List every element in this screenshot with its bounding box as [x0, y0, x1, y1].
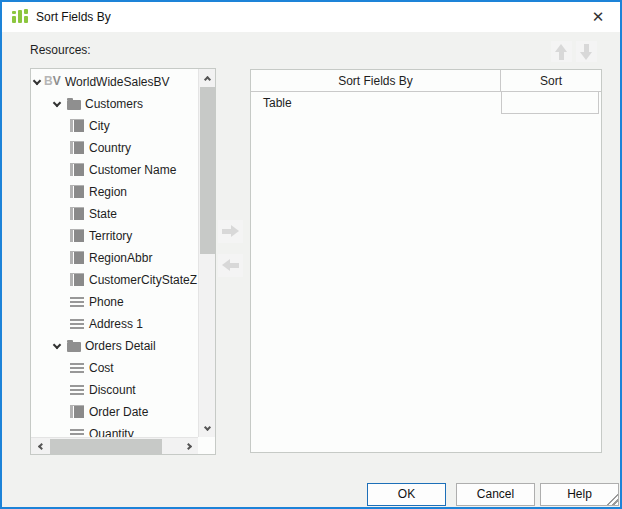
- tree-item-orders-detail[interactable]: Orders Detail: [31, 335, 198, 357]
- up-arrow-icon: [555, 44, 568, 60]
- tree-item-label: CustomerCityStateZ: [89, 273, 197, 287]
- tree-item-quantity[interactable]: Quantity: [31, 423, 198, 437]
- sliders-icon: [11, 8, 29, 26]
- tree-item-label: Customer Name: [89, 163, 176, 177]
- sort-row-field[interactable]: Table: [263, 92, 292, 114]
- tree-item-customercitystatez[interactable]: CustomerCityStateZ: [31, 269, 198, 291]
- tree-item-label: City: [89, 119, 110, 133]
- chevron-down-icon[interactable]: [53, 341, 61, 349]
- tree-item-label: Territory: [89, 229, 132, 243]
- ok-button[interactable]: OK: [367, 483, 446, 506]
- move-down-button[interactable]: [576, 41, 597, 62]
- horizontal-scrollbar[interactable]: [31, 437, 198, 454]
- tree-item-address-1[interactable]: Address 1: [31, 313, 198, 335]
- tree-item-label: Address 1: [89, 317, 143, 331]
- dimension-field-icon: [70, 273, 84, 286]
- dimension-field-icon: [70, 405, 84, 418]
- scroll-right-icon[interactable]: [181, 438, 198, 455]
- resources-label: Resources:: [30, 43, 91, 57]
- folder-icon: [67, 100, 81, 110]
- title-bar: Sort Fields By ✕: [2, 2, 620, 32]
- measure-field-icon: [70, 319, 84, 329]
- sort-fields-by-dialog: Sort Fields By ✕ Resources: BVWorldWideS…: [0, 0, 622, 509]
- add-field-button[interactable]: [218, 220, 243, 243]
- tree-item-label: Quantity: [89, 427, 134, 437]
- dimension-field-icon: [70, 119, 84, 132]
- move-up-button[interactable]: [551, 41, 572, 62]
- scroll-down-icon[interactable]: [199, 420, 216, 437]
- dimension-field-icon: [70, 185, 84, 198]
- tree-item-regionabbr[interactable]: RegionAbbr: [31, 247, 198, 269]
- column-header-sort: Sort: [501, 70, 601, 92]
- tree-item-phone[interactable]: Phone: [31, 291, 198, 313]
- dialog-title: Sort Fields By: [36, 10, 111, 24]
- tree-item-label: Region: [89, 185, 127, 199]
- tree-item-customers[interactable]: Customers: [31, 93, 198, 115]
- tree-item-discount[interactable]: Discount: [31, 379, 198, 401]
- tree-item-state[interactable]: State: [31, 203, 198, 225]
- right-arrow-icon: [222, 225, 239, 238]
- cancel-button[interactable]: Cancel: [456, 483, 535, 506]
- tree-item-label: RegionAbbr: [89, 251, 152, 265]
- help-button[interactable]: Help: [540, 483, 619, 506]
- chevron-down-icon[interactable]: [33, 77, 41, 85]
- sort-fields-table: Sort Fields By Sort Table: [250, 69, 602, 453]
- dimension-field-icon: [70, 163, 84, 176]
- tree-item-label: Cost: [89, 361, 114, 375]
- tree-item-city[interactable]: City: [31, 115, 198, 137]
- tree-item-customer-name[interactable]: Customer Name: [31, 159, 198, 181]
- tree-item-country[interactable]: Country: [31, 137, 198, 159]
- tree-item-label: Discount: [89, 383, 136, 397]
- tree-item-label: Orders Detail: [85, 339, 156, 353]
- tree-item-label: Phone: [89, 295, 124, 309]
- tree-item-cost[interactable]: Cost: [31, 357, 198, 379]
- dimension-field-icon: [70, 251, 84, 264]
- resources-tree-panel: BVWorldWideSalesBVCustomersCityCountryCu…: [30, 68, 216, 455]
- horizontal-scrollbar-thumb[interactable]: [50, 439, 162, 454]
- sort-row-sort-cell[interactable]: [501, 92, 599, 114]
- measure-field-icon: [70, 363, 84, 373]
- measure-field-icon: [70, 385, 84, 395]
- tree-item-order-date[interactable]: Order Date: [31, 401, 198, 423]
- column-header-sort-fields-by: Sort Fields By: [251, 70, 501, 92]
- tree-item-region[interactable]: Region: [31, 181, 198, 203]
- tree-item-worldwidesalesbv[interactable]: BVWorldWideSalesBV: [31, 71, 198, 93]
- measure-field-icon: [70, 297, 84, 307]
- scroll-left-icon[interactable]: [31, 438, 48, 455]
- resources-tree: BVWorldWideSalesBVCustomersCityCountryCu…: [31, 69, 198, 437]
- remove-field-button[interactable]: [218, 254, 243, 277]
- dimension-field-icon: [70, 229, 84, 242]
- tree-item-label: Order Date: [89, 405, 148, 419]
- measure-field-icon: [70, 429, 84, 437]
- vertical-scrollbar-thumb[interactable]: [200, 87, 215, 254]
- left-arrow-icon: [222, 259, 239, 272]
- tree-item-territory[interactable]: Territory: [31, 225, 198, 247]
- dimension-field-icon: [70, 207, 84, 220]
- scroll-up-icon[interactable]: [199, 69, 216, 86]
- down-arrow-icon: [580, 44, 593, 60]
- vertical-scrollbar[interactable]: [198, 69, 215, 437]
- folder-icon: [67, 342, 81, 352]
- tree-item-label: WorldWideSalesBV: [65, 75, 169, 89]
- tree-item-label: Country: [89, 141, 131, 155]
- dimension-field-icon: [70, 141, 84, 154]
- close-icon[interactable]: ✕: [586, 6, 610, 28]
- tree-item-label: State: [89, 207, 117, 221]
- tree-item-label: Customers: [85, 97, 143, 111]
- chevron-down-icon[interactable]: [53, 99, 61, 107]
- business-view-icon: BV: [44, 74, 61, 88]
